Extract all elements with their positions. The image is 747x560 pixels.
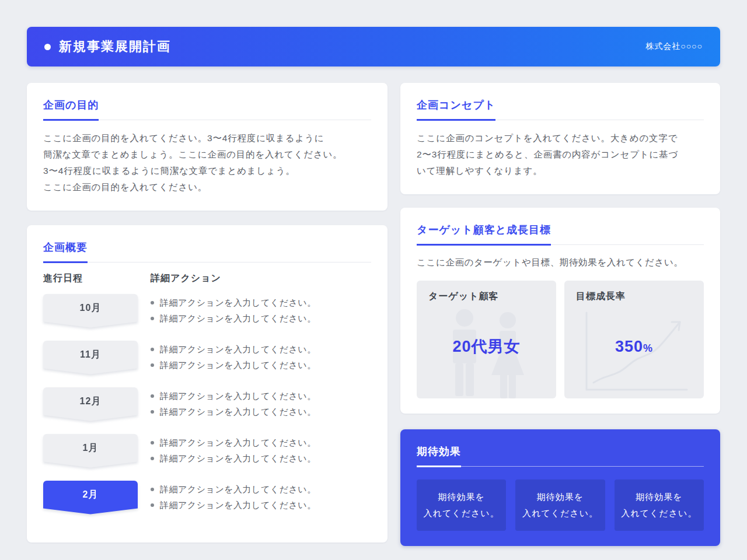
effects-title: 期待効果 xyxy=(417,444,461,467)
bullet-dot-icon xyxy=(151,410,154,414)
action-text: 詳細アクションを入力してください。 xyxy=(160,451,316,466)
month-badge-active: 2月 xyxy=(43,481,138,514)
left-column: 企画の目的 ここに企画の目的を入れてください。3〜4行程度に収まるように 簡潔な… xyxy=(27,83,388,542)
effect-box: 期待効果を 入れてください。 xyxy=(515,480,605,531)
effect-boxes: 期待効果を 入れてください。 期待効果を 入れてください。 期待効果を 入れてく… xyxy=(417,480,704,531)
growth-unit: % xyxy=(643,342,653,354)
overview-title: 企画概要 xyxy=(43,240,88,263)
bullet-dot-icon xyxy=(151,363,154,367)
month-badge-wrap: 12月 xyxy=(43,387,138,421)
effect-box: 期待効果を 入れてください。 xyxy=(417,480,506,531)
action-item: 詳細アクションを入力してください。 xyxy=(151,451,316,466)
effects-card-header: 期待効果 xyxy=(417,444,704,467)
purpose-title: 企画の目的 xyxy=(43,98,99,121)
purpose-card-header: 企画の目的 xyxy=(43,98,371,120)
action-text: 詳細アクションを入力してください。 xyxy=(160,311,316,326)
growth-value: 350% xyxy=(564,338,704,356)
action-text: 詳細アクションを入力してください。 xyxy=(160,358,316,373)
bullet-dot-icon xyxy=(151,441,154,444)
bullet-dot-icon xyxy=(151,457,154,460)
month-badge-wrap: 2月 xyxy=(43,481,138,514)
overview-card-header: 企画概要 xyxy=(43,240,371,262)
action-text: 詳細アクションを入力してください。 xyxy=(160,498,316,513)
action-item: 詳細アクションを入力してください。 xyxy=(151,358,316,373)
overview-card: 企画概要 進行日程 詳細アクション 10月 詳細アクションを入力してください。 … xyxy=(27,225,388,542)
target-card-header: ターゲット顧客と成長目標 xyxy=(417,223,704,245)
target-intro: ここに企画のターゲットや目標、期待効果を入れてください。 xyxy=(417,255,704,270)
action-item: 詳細アクションを入力してください。 xyxy=(151,388,316,404)
bullet-dot-icon xyxy=(151,301,154,304)
month-badge: 10月 xyxy=(43,294,138,328)
action-list: 詳細アクションを入力してください。 詳細アクションを入力してください。 xyxy=(151,388,316,419)
target-card: ターゲット顧客と成長目標 ここに企画のターゲットや目標、期待効果を入れてください… xyxy=(400,208,720,414)
actions-column-header: 詳細アクション xyxy=(151,272,221,285)
concept-body: ここに企画のコンセプトを入れてください。大きめの文字で 2〜3行程度にまとめると… xyxy=(417,130,704,179)
effects-card: 期待効果 期待効果を 入れてください。 期待効果を 入れてください。 期待効果を… xyxy=(400,429,720,546)
action-list: 詳細アクションを入力してください。 詳細アクションを入力してください。 xyxy=(151,342,316,373)
purpose-card: 企画の目的 ここに企画の目的を入れてください。3〜4行程度に収まるように 簡潔な… xyxy=(27,83,388,211)
action-item: 詳細アクションを入力してください。 xyxy=(151,404,316,419)
action-text: 詳細アクションを入力してください。 xyxy=(160,388,316,404)
right-column: 企画コンセプト ここに企画のコンセプトを入れてください。大きめの文字で 2〜3行… xyxy=(400,83,720,546)
content-grid: 企画の目的 ここに企画の目的を入れてください。3〜4行程度に収まるように 簡潔な… xyxy=(27,83,720,546)
company-name: 株式会社○○○○ xyxy=(645,41,703,52)
action-list: 詳細アクションを入力してください。 詳細アクションを入力してください。 xyxy=(151,295,316,326)
customer-label: ターゲット顧客 xyxy=(428,290,544,303)
action-text: 詳細アクションを入力してください。 xyxy=(160,404,316,419)
action-item: 詳細アクションを入力してください。 xyxy=(151,295,316,310)
target-title: ターゲット顧客と成長目標 xyxy=(417,223,551,246)
action-list: 詳細アクションを入力してください。 詳細アクションを入力してください。 xyxy=(151,435,316,466)
timeline-row: 12月 詳細アクションを入力してください。 詳細アクションを入力してください。 xyxy=(43,387,371,421)
concept-card-header: 企画コンセプト xyxy=(417,98,704,120)
bullet-dot-icon xyxy=(151,348,154,351)
growth-label: 目標成長率 xyxy=(576,290,692,303)
action-text: 詳細アクションを入力してください。 xyxy=(160,482,316,497)
page: 新規事業展開計画 株式会社○○○○ 企画の目的 ここに企画の目的を入れてください… xyxy=(0,0,747,560)
month-badge: 11月 xyxy=(43,341,138,374)
timeline-row: 10月 詳細アクションを入力してください。 詳細アクションを入力してください。 xyxy=(43,294,371,328)
concept-title: 企画コンセプト xyxy=(417,98,495,121)
month-badge-wrap: 11月 xyxy=(43,341,138,374)
action-text: 詳細アクションを入力してください。 xyxy=(160,342,316,357)
month-badge-wrap: 1月 xyxy=(43,434,138,468)
growth-number: 350 xyxy=(615,338,643,355)
action-list: 詳細アクションを入力してください。 詳細アクションを入力してください。 xyxy=(151,482,316,513)
month-badge: 1月 xyxy=(43,434,138,468)
bullet-dot-icon xyxy=(151,317,154,320)
bullet-dot-icon xyxy=(151,488,154,491)
concept-card: 企画コンセプト ここに企画のコンセプトを入れてください。大きめの文字で 2〜3行… xyxy=(400,83,720,194)
effect-box: 期待効果を 入れてください。 xyxy=(615,480,704,531)
action-item: 詳細アクションを入力してください。 xyxy=(151,435,316,450)
timeline-row: 11月 詳細アクションを入力してください。 詳細アクションを入力してください。 xyxy=(43,341,371,374)
title-dot-icon xyxy=(44,44,51,50)
customer-stat-box: ターゲット顧客 xyxy=(417,281,556,398)
overview-column-headers: 進行日程 詳細アクション xyxy=(43,272,371,285)
customer-value: 20代男女 xyxy=(417,336,556,357)
action-item: 詳細アクションを入力してください。 xyxy=(151,311,316,326)
schedule-column-header: 進行日程 xyxy=(43,272,151,285)
month-badge: 12月 xyxy=(43,387,138,421)
target-stats: ターゲット顧客 xyxy=(417,281,704,398)
page-title: 新規事業展開計画 xyxy=(59,38,171,55)
action-item: 詳細アクションを入力してください。 xyxy=(151,342,316,357)
action-text: 詳細アクションを入力してください。 xyxy=(160,295,316,310)
action-text: 詳細アクションを入力してください。 xyxy=(160,435,316,450)
bullet-dot-icon xyxy=(151,503,154,507)
action-item: 詳細アクションを入力してください。 xyxy=(151,498,316,513)
action-item: 詳細アクションを入力してください。 xyxy=(151,482,316,497)
timeline-row: 1月 詳細アクションを入力してください。 詳細アクションを入力してください。 xyxy=(43,434,371,468)
month-badge-wrap: 10月 xyxy=(43,294,138,328)
growth-stat-box: 目標成長率 350% xyxy=(564,281,704,398)
bullet-dot-icon xyxy=(151,394,154,398)
header-bar: 新規事業展開計画 株式会社○○○○ xyxy=(27,27,720,66)
purpose-body: ここに企画の目的を入れてください。3〜4行程度に収まるように 簡潔な文章でまとめ… xyxy=(43,130,371,195)
timeline-row-active: 2月 詳細アクションを入力してください。 詳細アクションを入力してください。 xyxy=(43,481,371,514)
